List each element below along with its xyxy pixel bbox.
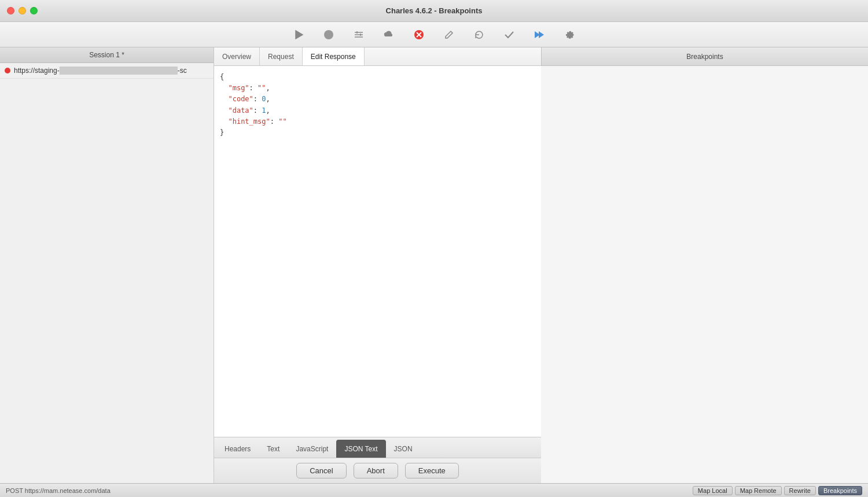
play-button[interactable] <box>289 25 308 44</box>
map-local-button[interactable]: Map Local <box>693 486 733 495</box>
main-area: Session 1 * https://staging-████████████… <box>0 47 868 483</box>
map-remote-button[interactable]: Map Remote <box>735 486 782 495</box>
action-bar: Cancel Abort Execute <box>214 458 541 483</box>
json-content-area[interactable]: { "msg": "", "code": 0, "data": 1, "hint… <box>214 66 541 437</box>
tab-javascript[interactable]: JavaScript <box>288 440 336 458</box>
breakpoints-title: Breakpoints <box>686 53 723 61</box>
cancel-button[interactable]: Cancel <box>296 463 346 478</box>
session-header: Session 1 * <box>0 47 214 63</box>
settings-button[interactable] <box>560 25 579 44</box>
tab-overview[interactable]: Overview <box>214 47 260 65</box>
tab-text[interactable]: Text <box>259 440 288 458</box>
json-content: { "msg": "", "code": 0, "data": 1, "hint… <box>220 72 535 138</box>
throttle-button[interactable] <box>350 25 368 44</box>
session-url: https://staging-████████████████████████… <box>14 67 187 75</box>
right-panel: Overview Request Edit Response { "msg": … <box>214 47 541 483</box>
tab-edit-response[interactable]: Edit Response <box>303 47 365 65</box>
window-title: Charles 4.6.2 - Breakpoints <box>386 6 483 15</box>
minimize-button[interactable] <box>19 7 26 14</box>
toolbar <box>0 22 868 47</box>
format-tabs: Headers Text JavaScript JSON Text JSON <box>214 437 541 458</box>
close-button[interactable] <box>7 7 14 14</box>
tab-headers[interactable]: Headers <box>216 440 259 458</box>
svg-point-1 <box>324 30 333 39</box>
tab-json[interactable]: JSON <box>386 440 421 458</box>
svg-marker-0 <box>296 31 303 39</box>
svg-marker-11 <box>539 31 544 38</box>
title-bar: Charles 4.6.2 - Breakpoints <box>0 0 868 22</box>
cloud-button[interactable] <box>380 25 398 44</box>
status-text: POST https://mam.netease.com/data <box>6 487 111 494</box>
status-bar: POST https://mam.netease.com/data Map Lo… <box>0 483 868 497</box>
left-panel: Session 1 * https://staging-████████████… <box>0 47 214 483</box>
rewrite-button[interactable]: Rewrite <box>784 486 816 495</box>
error-button[interactable] <box>410 25 428 44</box>
tab-request[interactable]: Request <box>260 47 303 65</box>
abort-button[interactable]: Abort <box>354 463 398 478</box>
tab-json-text[interactable]: JSON Text <box>336 440 385 458</box>
maximize-button[interactable] <box>30 7 38 14</box>
stop-button[interactable] <box>319 25 338 44</box>
pen-button[interactable] <box>440 25 458 44</box>
execute-toolbar-button[interactable] <box>530 25 549 44</box>
execute-button[interactable]: Execute <box>405 463 459 478</box>
response-tabs: Overview Request Edit Response <box>214 47 541 66</box>
status-bar-buttons: Map Local Map Remote Rewrite Breakpoints <box>693 486 862 495</box>
breakpoints-panel: Breakpoints <box>541 47 868 483</box>
breakpoints-status-button[interactable]: Breakpoints <box>818 486 862 495</box>
session-item[interactable]: https://staging-████████████████████████… <box>0 63 214 79</box>
breakpoints-header: Breakpoints <box>541 47 868 66</box>
check-button[interactable] <box>500 25 518 44</box>
reload-button[interactable] <box>470 25 488 44</box>
traffic-lights <box>7 7 38 14</box>
error-indicator <box>5 68 10 73</box>
